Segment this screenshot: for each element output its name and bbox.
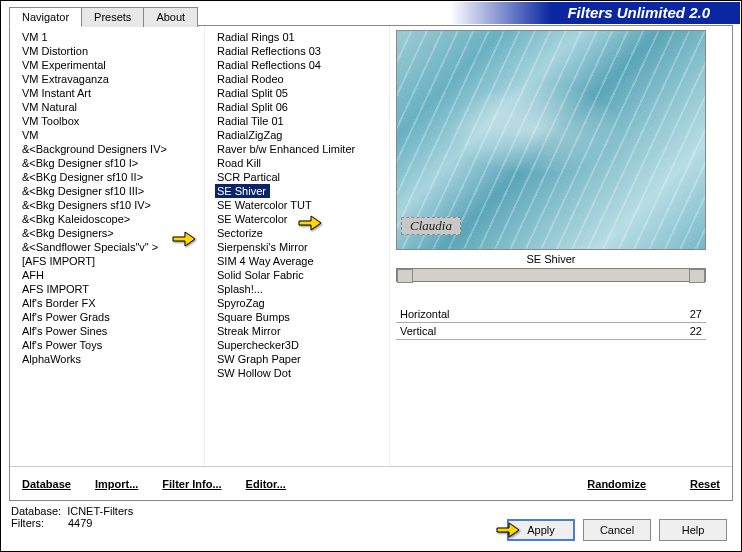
bottom-toolbar: Database Import... Filter Info... Editor… bbox=[10, 466, 732, 500]
list-item[interactable]: Radial Reflections 04 bbox=[215, 58, 389, 72]
list-item[interactable]: Alf's Border FX bbox=[20, 296, 204, 310]
list-item[interactable]: &<Sandflower Specials"v" > bbox=[20, 240, 204, 254]
list-item[interactable]: Radial Rings 01 bbox=[215, 30, 389, 44]
param-value: 27 bbox=[690, 308, 702, 320]
list-item[interactable]: SCR Partical bbox=[215, 170, 389, 184]
list-item[interactable]: AFS IMPORT bbox=[20, 282, 204, 296]
help-button[interactable]: Help bbox=[659, 519, 727, 541]
list-item[interactable]: [AFS IMPORT] bbox=[20, 254, 204, 268]
list-item[interactable]: VM Natural bbox=[20, 100, 204, 114]
title-bar: Filters Unlimited 2.0 bbox=[450, 2, 740, 24]
list-item[interactable]: Radial Split 05 bbox=[215, 86, 389, 100]
list-item[interactable]: Sierpenski's Mirror bbox=[215, 240, 389, 254]
list-item[interactable]: SE Watercolor TUT bbox=[215, 198, 389, 212]
tab-about[interactable]: About bbox=[143, 7, 198, 27]
list-item[interactable]: &<Bkg Designer sf10 I> bbox=[20, 156, 204, 170]
list-item[interactable]: Alf's Power Sines bbox=[20, 324, 204, 338]
tab-navigator[interactable]: Navigator bbox=[9, 7, 82, 27]
param-label: Vertical bbox=[400, 325, 436, 337]
list-item[interactable]: SpyroZag bbox=[215, 296, 389, 310]
preview-scrollbar[interactable] bbox=[396, 268, 706, 282]
list-item[interactable]: VM Extravaganza bbox=[20, 72, 204, 86]
list-item[interactable]: SE Shiver bbox=[215, 184, 270, 198]
list-item[interactable]: VM Instant Art bbox=[20, 86, 204, 100]
filter-info-link[interactable]: Filter Info... bbox=[162, 478, 221, 490]
list-item[interactable]: VM 1 bbox=[20, 30, 204, 44]
footer: Database: ICNET-Filters Filters: 4479 Ap… bbox=[11, 505, 731, 545]
list-item[interactable]: VM Experimental bbox=[20, 58, 204, 72]
list-item[interactable]: SIM 4 Way Average bbox=[215, 254, 389, 268]
filter-group-list[interactable]: VM 1VM DistortionVM ExperimentalVM Extra… bbox=[10, 26, 204, 466]
list-item[interactable]: RadialZigZag bbox=[215, 128, 389, 142]
preview-caption: SE Shiver bbox=[396, 250, 706, 268]
reset-link[interactable]: Reset bbox=[690, 478, 720, 490]
list-item[interactable]: &<Bkg Kaleidoscope> bbox=[20, 212, 204, 226]
list-item[interactable]: SE Watercolor bbox=[215, 212, 389, 226]
list-item[interactable]: Raver b/w Enhanced Limiter bbox=[215, 142, 389, 156]
watermark: Claudia bbox=[401, 217, 461, 235]
list-item[interactable]: Road Kill bbox=[215, 156, 389, 170]
main-panel: VM 1VM DistortionVM ExperimentalVM Extra… bbox=[9, 25, 733, 501]
randomize-link[interactable]: Randomize bbox=[587, 478, 646, 490]
filters-value: 4479 bbox=[68, 517, 92, 529]
list-item[interactable]: AFH bbox=[20, 268, 204, 282]
list-item[interactable]: Square Bumps bbox=[215, 310, 389, 324]
param-value: 22 bbox=[690, 325, 702, 337]
list-item[interactable]: VM Toolbox bbox=[20, 114, 204, 128]
list-item[interactable]: Streak Mirror bbox=[215, 324, 389, 338]
tab-presets[interactable]: Presets bbox=[81, 7, 144, 27]
param-label: Horizontal bbox=[400, 308, 450, 320]
list-item[interactable]: VM bbox=[20, 128, 204, 142]
param-row[interactable]: Vertical22 bbox=[396, 323, 706, 340]
list-item[interactable]: AlphaWorks bbox=[20, 352, 204, 366]
filters-label: Filters: bbox=[11, 517, 44, 529]
list-item[interactable]: SW Hollow Dot bbox=[215, 366, 389, 380]
list-item[interactable]: &<BKg Designer sf10 II> bbox=[20, 170, 204, 184]
list-item[interactable]: Solid Solar Fabric bbox=[215, 268, 389, 282]
import-link[interactable]: Import... bbox=[95, 478, 138, 490]
param-row[interactable]: Horizontal27 bbox=[396, 306, 706, 323]
list-item[interactable]: Sectorize bbox=[215, 226, 389, 240]
apply-button[interactable]: Apply bbox=[507, 519, 575, 541]
preview-image: Claudia bbox=[396, 30, 706, 250]
list-item[interactable]: SW Graph Paper bbox=[215, 352, 389, 366]
tabs: Navigator Presets About bbox=[9, 7, 197, 27]
list-item[interactable]: Splash!... bbox=[215, 282, 389, 296]
list-item[interactable]: &<Background Designers IV> bbox=[20, 142, 204, 156]
parameters-table: Horizontal27Vertical22 bbox=[396, 306, 706, 340]
editor-link[interactable]: Editor... bbox=[246, 478, 286, 490]
filter-list[interactable]: Radial Rings 01Radial Reflections 03Radi… bbox=[205, 26, 389, 466]
list-item[interactable]: Alf's Power Toys bbox=[20, 338, 204, 352]
list-item[interactable]: VM Distortion bbox=[20, 44, 204, 58]
list-item[interactable]: Radial Reflections 03 bbox=[215, 44, 389, 58]
list-item[interactable]: Radial Rodeo bbox=[215, 72, 389, 86]
list-item[interactable]: Alf's Power Grads bbox=[20, 310, 204, 324]
list-item[interactable]: Radial Tile 01 bbox=[215, 114, 389, 128]
list-item[interactable]: &<Bkg Designers> bbox=[20, 226, 204, 240]
cancel-button[interactable]: Cancel bbox=[583, 519, 651, 541]
list-item[interactable]: Radial Split 06 bbox=[215, 100, 389, 114]
database-label: Database: bbox=[11, 505, 61, 517]
list-item[interactable]: Superchecker3D bbox=[215, 338, 389, 352]
list-item[interactable]: &<Bkg Designer sf10 III> bbox=[20, 184, 204, 198]
database-value: ICNET-Filters bbox=[67, 505, 133, 517]
list-item[interactable]: &<Bkg Designers sf10 IV> bbox=[20, 198, 204, 212]
database-link[interactable]: Database bbox=[22, 478, 71, 490]
